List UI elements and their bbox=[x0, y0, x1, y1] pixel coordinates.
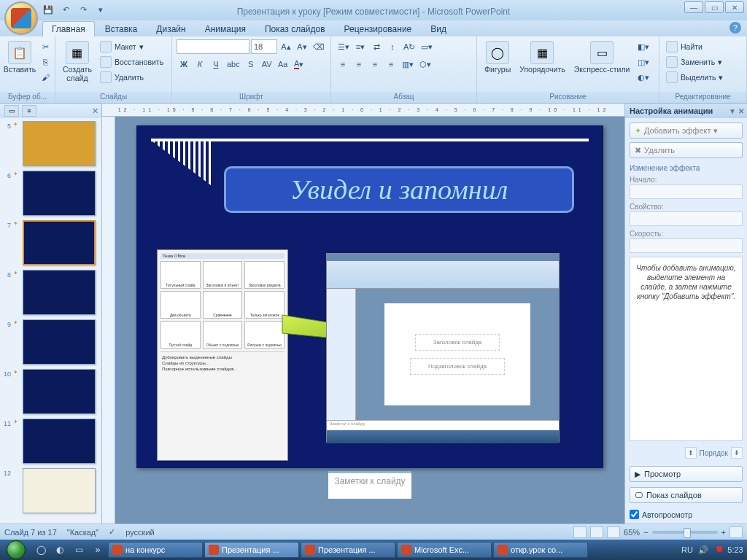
delete-button[interactable]: Удалить bbox=[98, 70, 166, 85]
zoom-level[interactable]: 65% bbox=[624, 528, 640, 537]
tray-clock[interactable]: 5:23 bbox=[729, 544, 741, 556]
add-effect-button[interactable]: ✦Добавить эффект ▾ bbox=[630, 122, 743, 139]
preview-button[interactable]: ▶Просмотр bbox=[630, 466, 743, 482]
case-icon[interactable]: Aa bbox=[276, 57, 290, 71]
taskbar-item[interactable]: Microsoft Exc... bbox=[397, 542, 492, 558]
minimize-button[interactable]: — bbox=[684, 1, 703, 13]
shape-fill-icon[interactable]: ◧▾ bbox=[635, 39, 651, 54]
slide-canvas[interactable]: Увидел и запомнил Тема Office Титульный … bbox=[136, 125, 603, 468]
qat-redo-icon[interactable]: ↷ bbox=[76, 3, 90, 16]
office-button[interactable] bbox=[4, 1, 38, 35]
autopreview-checkbox[interactable]: Автопросмотр bbox=[630, 510, 743, 519]
outline-tab-icon[interactable]: ≡ bbox=[22, 105, 36, 117]
thumb-5[interactable]: 5✦ bbox=[2, 121, 99, 166]
anim-pane-menu-icon[interactable]: ▼ bbox=[729, 107, 736, 115]
replace-button[interactable]: Заменить ▾ bbox=[664, 55, 725, 69]
new-slide-button[interactable]: ▦ Создать слайд bbox=[60, 39, 95, 84]
tab-view[interactable]: Вид bbox=[422, 22, 455, 36]
bold-icon[interactable]: Ж bbox=[177, 57, 191, 71]
fit-window-icon[interactable] bbox=[729, 526, 743, 538]
numbering-icon[interactable]: ≡▾ bbox=[353, 39, 368, 54]
arrange-button[interactable]: ▦Упорядочить bbox=[516, 39, 568, 76]
anim-start-combo[interactable] bbox=[630, 184, 743, 199]
tab-slideshow[interactable]: Показ слайдов bbox=[256, 22, 334, 36]
view-normal-icon[interactable] bbox=[573, 526, 587, 538]
justify-icon[interactable]: ≡ bbox=[384, 57, 398, 71]
view-sorter-icon[interactable] bbox=[590, 526, 603, 538]
tray-volume-icon[interactable]: 🔊 bbox=[697, 544, 709, 556]
select-button[interactable]: Выделить ▾ bbox=[664, 70, 725, 85]
panel-close-icon[interactable]: ✕ bbox=[92, 106, 98, 116]
italic-icon[interactable]: К bbox=[193, 57, 207, 71]
thumb-8[interactable]: 8✦ bbox=[2, 270, 99, 315]
align-center-icon[interactable]: ≡ bbox=[352, 57, 366, 71]
format-painter-icon[interactable]: 🖌 bbox=[38, 70, 53, 85]
spellcheck-icon[interactable]: ✓ bbox=[109, 527, 115, 537]
close-button[interactable]: ✕ bbox=[725, 1, 744, 13]
shrink-font-icon[interactable]: A▾ bbox=[295, 39, 309, 54]
order-up-icon[interactable]: ⬆ bbox=[685, 447, 697, 459]
shape-effects-icon[interactable]: ◐▾ bbox=[635, 70, 651, 85]
tab-home[interactable]: Главная bbox=[42, 21, 95, 36]
tab-insert[interactable]: Вставка bbox=[96, 22, 147, 36]
qat-undo-icon[interactable]: ↶ bbox=[58, 3, 73, 16]
taskbar-item[interactable]: на конкурс bbox=[108, 542, 203, 558]
spacing-icon[interactable]: AV bbox=[260, 57, 274, 71]
help-icon[interactable]: ? bbox=[729, 22, 741, 34]
layout-button[interactable]: Макет ▾ bbox=[98, 39, 166, 54]
tab-design[interactable]: Дизайн bbox=[147, 22, 194, 36]
ql-icon-3[interactable]: ▭ bbox=[70, 542, 88, 558]
taskbar-item[interactable]: Презентация ... bbox=[204, 542, 299, 558]
zoom-slider[interactable] bbox=[652, 531, 718, 534]
copy-icon[interactable]: ⎘ bbox=[38, 55, 53, 69]
start-button[interactable] bbox=[1, 540, 31, 560]
list-level-icon[interactable]: ⇄ bbox=[369, 39, 384, 54]
thumb-12[interactable]: 12 bbox=[2, 468, 99, 513]
line-spacing-icon[interactable]: ↕ bbox=[385, 39, 400, 54]
maximize-button[interactable]: ▭ bbox=[705, 1, 724, 13]
thumb-9[interactable]: 9✦ bbox=[2, 319, 99, 365]
thumb-11[interactable]: 11✦ bbox=[2, 419, 99, 464]
order-down-icon[interactable]: ⬇ bbox=[731, 447, 743, 459]
thumb-6[interactable]: 6✦ bbox=[2, 171, 99, 216]
font-family-combo[interactable] bbox=[177, 39, 249, 54]
thumb-7[interactable]: 7✦ bbox=[2, 220, 99, 265]
remove-effect-button[interactable]: ✖Удалить bbox=[630, 142, 743, 158]
zoom-out-icon[interactable]: − bbox=[643, 528, 648, 537]
align-right-icon[interactable]: ≡ bbox=[368, 57, 382, 71]
tab-review[interactable]: Рецензирование bbox=[336, 22, 421, 36]
anim-speed-combo[interactable] bbox=[630, 238, 743, 253]
taskbar-item[interactable]: откр.урок со... bbox=[493, 542, 588, 558]
slides-tab-icon[interactable]: ▭ bbox=[4, 105, 19, 117]
qat-dropdown-icon[interactable]: ▾ bbox=[93, 3, 108, 16]
align-left-icon[interactable]: ≡ bbox=[336, 57, 350, 71]
anim-property-combo[interactable] bbox=[630, 211, 743, 226]
text-direction-icon[interactable]: A↻ bbox=[401, 39, 417, 54]
shapes-button[interactable]: ◯Фигуры bbox=[481, 39, 514, 76]
notes-panel[interactable]: Заметки к слайду bbox=[328, 471, 411, 499]
columns-icon[interactable]: ▥▾ bbox=[400, 57, 416, 71]
font-size-combo[interactable]: 18 bbox=[251, 39, 277, 54]
view-slideshow-icon[interactable] bbox=[607, 526, 620, 538]
tray-lang[interactable]: RU bbox=[681, 544, 693, 556]
ql-icon-1[interactable]: ◯ bbox=[32, 542, 50, 558]
qat-save-icon[interactable]: 💾 bbox=[41, 3, 55, 16]
find-button[interactable]: Найти bbox=[664, 39, 725, 54]
slide-title[interactable]: Увидел и запомнил bbox=[224, 166, 574, 213]
align-text-icon[interactable]: ▭▾ bbox=[419, 39, 435, 54]
cut-icon[interactable]: ✂ bbox=[38, 39, 53, 54]
zoom-in-icon[interactable]: + bbox=[721, 528, 726, 537]
shape-outline-icon[interactable]: ◫▾ bbox=[635, 55, 651, 69]
anim-pane-close-icon[interactable]: ✕ bbox=[738, 107, 744, 115]
grow-font-icon[interactable]: A▴ bbox=[279, 39, 293, 54]
ql-icon-2[interactable]: ◐ bbox=[51, 542, 69, 558]
tab-animation[interactable]: Анимация bbox=[196, 22, 255, 36]
strike-icon[interactable]: abc bbox=[225, 57, 242, 71]
tray-shield-icon[interactable]: ⛊ bbox=[713, 544, 725, 556]
bullets-icon[interactable]: ☰▾ bbox=[336, 39, 352, 54]
taskbar-item[interactable]: Презентация ... bbox=[301, 542, 395, 558]
smartart-icon[interactable]: ⬡▾ bbox=[417, 57, 433, 71]
clear-format-icon[interactable]: ⌫ bbox=[311, 39, 327, 54]
quick-styles-button[interactable]: ▭Экспресс-стили bbox=[571, 39, 633, 76]
slideshow-button[interactable]: 🖵Показ слайдов bbox=[630, 487, 743, 503]
